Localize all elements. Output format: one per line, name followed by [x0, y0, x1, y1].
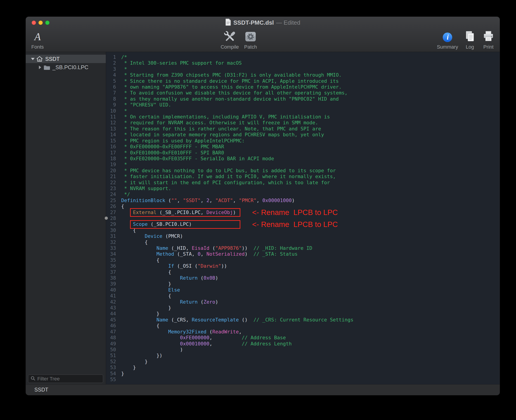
- window-content: SSDT _SB.PCI0.LPC: [26, 52, 500, 384]
- code-line: * PMC device has nothing to do to LPC bu…: [121, 168, 353, 174]
- line-number: 20: [106, 168, 116, 174]
- line-number: 43: [106, 305, 116, 311]
- sidebar: SSDT _SB.PCI0.LPC: [26, 52, 106, 384]
- line-number: 32: [106, 239, 116, 245]
- status-bar: SSDT: [26, 384, 500, 395]
- line-number: 41: [106, 293, 116, 299]
- code-line: }: [121, 311, 353, 317]
- toolbar: A Fonts: [26, 29, 500, 52]
- rename-annotation-external: <- Rename LPCB to LPC: [252, 208, 338, 217]
- line-number: 40: [106, 287, 116, 293]
- traffic-lights: [32, 21, 50, 25]
- line-number: 15: [106, 138, 116, 144]
- log-label: Log: [463, 44, 477, 50]
- code-line: 0x00010000, // Address Length: [121, 341, 353, 347]
- code-line: * On certain implementations, including …: [121, 114, 353, 120]
- code-line: * PMC region is used by AppleIntelPCHPMC…: [121, 138, 353, 144]
- line-number: 34: [106, 251, 116, 257]
- disclosure-down-icon[interactable]: [30, 58, 35, 60]
- print-icon: [482, 29, 495, 43]
- code-line: {: [121, 269, 353, 275]
- patch-icon: [244, 29, 257, 43]
- line-number: 16: [106, 144, 116, 150]
- line-number: 29: [106, 221, 116, 227]
- code-line: Return (0x0B): [121, 275, 353, 281]
- summary-label: Summary: [437, 44, 458, 50]
- line-number: 25: [106, 198, 116, 203]
- fonts-label: Fonts: [31, 44, 44, 50]
- code-line: /*: [121, 54, 353, 60]
- line-number: 3: [106, 66, 116, 72]
- line-number: 22: [106, 180, 116, 186]
- maciasl-window: SSDT-PMC.dsl — Edited A Fonts: [26, 17, 500, 395]
- window-edited-suffix: — Edited: [276, 19, 300, 26]
- code-line: * as they normally use another non-stand…: [121, 96, 353, 102]
- code-line: Memory32Fixed (ReadWrite,: [121, 329, 353, 335]
- code-line: }: [121, 365, 353, 370]
- line-number: 48: [106, 335, 116, 341]
- line-number: 27: [106, 210, 116, 215]
- line-number: 39: [106, 281, 116, 287]
- code-line: * it will start in the end of PCI config…: [121, 180, 353, 186]
- acpi-tree: SSDT _SB.PCI0.LPC: [26, 52, 106, 71]
- line-number: 10: [106, 108, 116, 114]
- code-line: * required for NVRAM access. Otherwise i…: [121, 120, 353, 126]
- line-number: 12: [106, 120, 116, 126]
- home-icon: [36, 56, 43, 62]
- filter-tree-input[interactable]: [37, 376, 102, 382]
- compile-button[interactable]: Compile: [221, 29, 239, 50]
- disclosure-right-icon[interactable]: [38, 66, 43, 69]
- title-group: SSDT-PMC.dsl — Edited: [26, 17, 500, 29]
- line-number: 31: [106, 233, 116, 239]
- line-number: 18: [106, 156, 116, 162]
- fonts-button[interactable]: A Fonts: [31, 29, 44, 50]
- log-pages-icon: [463, 29, 477, 43]
- code-line: * faster initialisation. If we add it to…: [121, 174, 353, 180]
- folder-icon: [43, 65, 50, 70]
- code-line: Name (_HID, EisaId ("APP9876")) // _HID:…: [121, 245, 353, 251]
- code-lines: /* * Intel 300-series PMC support for ma…: [118, 54, 353, 382]
- close-button[interactable]: [32, 21, 36, 25]
- line-number: 9: [106, 102, 116, 108]
- minimize-button[interactable]: [38, 21, 43, 25]
- code-editor[interactable]: 1234567891011121314151617181920212223242…: [106, 52, 500, 384]
- line-number: 21: [106, 174, 116, 180]
- code-line: * "PCHRESV" UID.: [121, 102, 353, 108]
- code-line: Method (_STA, 0, NotSerialized) // _STA:…: [121, 251, 353, 257]
- line-number: 36: [106, 263, 116, 269]
- window-chrome: SSDT-PMC.dsl — Edited A Fonts: [26, 17, 500, 52]
- code-line: 0xFE000000, // Address Base: [121, 335, 353, 341]
- line-number: 46: [106, 323, 116, 329]
- sidebar-item-ssdt[interactable]: SSDT: [26, 55, 106, 63]
- sidebar-item-sb-pci0-lpc[interactable]: _SB.PCI0.LPC: [26, 63, 106, 71]
- code-line: {: [121, 257, 353, 263]
- titlebar: SSDT-PMC.dsl — Edited: [26, 17, 500, 29]
- line-number: 49: [106, 341, 116, 347]
- code-line: * Since there is no standard device for …: [121, 78, 353, 84]
- line-number: 8: [106, 96, 116, 102]
- code-line: }): [121, 353, 353, 359]
- tree-item-label: SSDT: [45, 56, 60, 62]
- code-line: Else: [121, 287, 353, 293]
- code-line: {: [121, 323, 353, 329]
- line-number: 19: [106, 162, 116, 167]
- code-line: *: [121, 108, 353, 114]
- line-number: 44: [106, 311, 116, 317]
- line-number: 37: [106, 269, 116, 275]
- zoom-button[interactable]: [45, 21, 50, 25]
- patch-button[interactable]: Patch: [244, 29, 257, 50]
- line-number: 1: [106, 54, 116, 60]
- line-number: 13: [106, 126, 116, 132]
- summary-button[interactable]: i Summary: [437, 29, 458, 50]
- code-line: * own naming "APP9876" to access this de…: [121, 84, 353, 90]
- line-number: 33: [106, 245, 116, 251]
- print-button[interactable]: Print: [482, 29, 495, 50]
- line-number: 47: [106, 329, 116, 335]
- line-number: 45: [106, 317, 116, 323]
- log-button[interactable]: Log: [463, 29, 477, 50]
- line-number: 26: [106, 203, 116, 209]
- code-line: {: [121, 239, 353, 245]
- code-line: DefinitionBlock ("", "SSDT", 2, "ACDT", …: [121, 198, 353, 203]
- filter-tree-field[interactable]: [28, 375, 103, 383]
- line-number: 50: [106, 347, 116, 353]
